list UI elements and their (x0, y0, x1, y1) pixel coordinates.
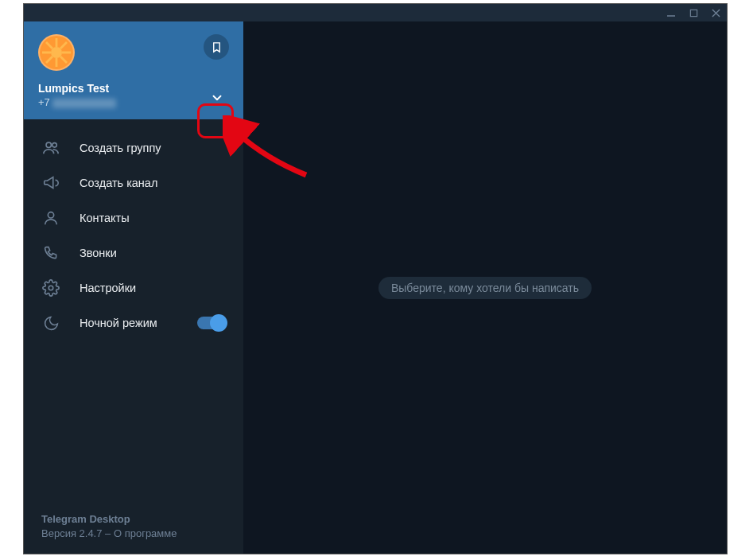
group-icon (41, 138, 60, 158)
menu-label: Звонки (80, 247, 226, 259)
phone-icon (41, 243, 60, 262)
menu-item-settings[interactable]: Настройки (24, 270, 243, 305)
menu-item-new-channel[interactable]: Создать канал (24, 165, 243, 200)
menu-label: Ночной режим (80, 317, 178, 329)
menu-label: Настройки (80, 282, 226, 294)
svg-point-17 (49, 286, 53, 290)
menu-item-contacts[interactable]: Контакты (24, 200, 243, 235)
app-window: Lumpics Test +7 Создать группу (23, 3, 728, 554)
menu-item-night-mode[interactable]: Ночной режим (24, 305, 243, 340)
app-body: Lumpics Test +7 Создать группу (24, 21, 727, 554)
profile-header: Lumpics Test +7 (24, 21, 243, 119)
close-button[interactable] (709, 6, 722, 19)
gear-icon (41, 278, 60, 298)
footer-app-name: Telegram Desktop (41, 513, 226, 525)
main-area: Выберите, кому хотели бы написать (243, 21, 727, 554)
empty-chat-placeholder: Выберите, кому хотели бы написать (378, 277, 592, 299)
contact-icon (41, 208, 60, 228)
footer-version[interactable]: Версия 2.4.7 – О программе (41, 527, 226, 539)
menu-item-new-group[interactable]: Создать группу (24, 130, 243, 165)
sidebar-footer: Telegram Desktop Версия 2.4.7 – О програ… (24, 502, 243, 554)
menu-label: Создать канал (80, 177, 226, 189)
avatar[interactable] (38, 34, 75, 71)
menu-list: Создать группу Создать канал Контакты (24, 119, 243, 352)
titlebar (24, 4, 727, 21)
night-mode-toggle[interactable] (197, 317, 226, 329)
svg-point-16 (48, 212, 53, 218)
menu-label: Создать группу (80, 142, 226, 154)
expand-accounts-button[interactable] (204, 84, 231, 111)
sidebar-menu: Lumpics Test +7 Создать группу (24, 21, 243, 554)
profile-phone: +7 (38, 96, 229, 108)
minimize-button[interactable] (665, 6, 677, 19)
svg-point-15 (52, 143, 57, 148)
menu-label: Контакты (80, 212, 226, 224)
phone-blurred (52, 99, 116, 108)
menu-item-calls[interactable]: Звонки (24, 235, 243, 270)
phone-prefix: +7 (38, 96, 50, 108)
megaphone-icon (41, 173, 60, 192)
svg-point-5 (51, 47, 62, 58)
moon-icon (41, 313, 60, 332)
svg-point-14 (46, 142, 51, 147)
svg-rect-1 (690, 10, 697, 16)
maximize-button[interactable] (687, 6, 700, 19)
saved-messages-button[interactable] (204, 34, 229, 60)
profile-name: Lumpics Test (38, 82, 229, 95)
chevron-down-icon (210, 91, 224, 105)
